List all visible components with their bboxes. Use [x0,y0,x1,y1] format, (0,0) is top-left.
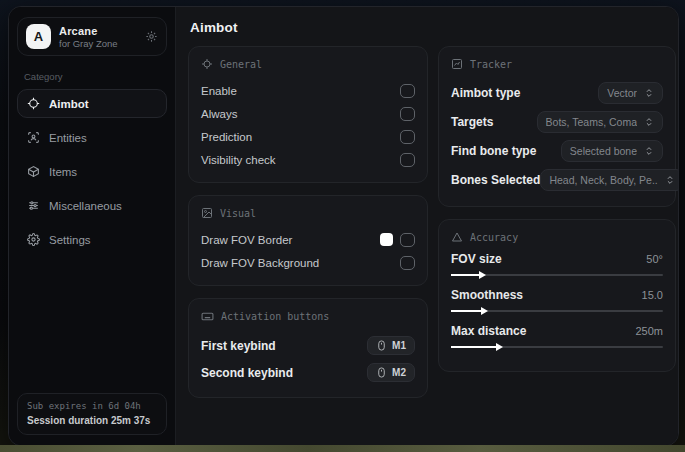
max-distance-slider[interactable] [451,341,663,353]
chevron-up-down-icon [644,88,654,98]
setting-row-fov-size: FOV size 50° [451,252,663,281]
setting-row-targets: Targets Bots, Teams, Coma [451,108,663,135]
bones-selected-select[interactable]: Head, Neck, Body, Pe.. [540,169,679,191]
mouse-icon [376,367,387,378]
card-title: Tracker [470,59,512,70]
gear-icon[interactable] [145,30,158,43]
app-name: Arcane [59,25,118,37]
chevron-up-down-icon [644,146,654,156]
setting-row-prediction: Prediction [201,125,415,148]
card-title: Accuracy [470,232,518,243]
entities-icon [27,131,40,144]
sidebar-item-label: Items [49,166,77,178]
general-card: General Enable Always Prediction [188,46,428,183]
image-icon [201,207,213,219]
card-title: General [220,59,262,70]
sliders-icon [27,199,40,212]
slider-handle[interactable] [451,346,496,348]
prediction-checkbox[interactable] [400,130,415,144]
sidebar-item-label: Miscellaneous [49,200,122,212]
game-terrain-strip [0,445,685,452]
setting-label: Always [201,108,237,120]
draw-fov-border-checkbox[interactable] [400,233,415,247]
setting-row-visibility-check: Visibility check [201,148,415,171]
setting-label: Targets [451,115,493,129]
setting-label: Visibility check [201,154,276,166]
keybind-value: M2 [392,367,406,378]
enable-checkbox[interactable] [400,84,415,98]
category-label: Category [24,71,160,82]
always-checkbox[interactable] [400,107,415,121]
find-bone-type-select[interactable]: Selected bone [561,140,663,162]
sidebar: A Arcane for Gray Zone Category Aimbot [9,7,176,445]
fov-size-slider[interactable] [451,269,663,281]
setting-label: FOV size [451,252,502,266]
sidebar-nav: Aimbot Entities Items Miscellaneous [17,89,167,254]
setting-row-first-keybind: First keybind M1 [201,332,415,359]
sidebar-item-label: Aimbot [49,98,89,110]
setting-label: First keybind [201,339,276,353]
setting-label: Draw FOV Background [201,257,319,269]
setting-label: Prediction [201,131,252,143]
cheat-menu-window: A Arcane for Gray Zone Category Aimbot [8,6,679,446]
sub-expires-text: Sub expires in 6d 04h [27,401,157,411]
sidebar-item-label: Settings [49,234,91,246]
subscription-card: Sub expires in 6d 04h Session duration 2… [17,393,167,435]
slider-value: 250m [635,325,663,337]
session-duration-text: Session duration 25m 37s [27,415,157,426]
sidebar-item-miscellaneous[interactable]: Miscellaneous [17,191,167,220]
main-panel: Aimbot General Enable [176,7,679,445]
setting-row-smoothness: Smoothness 15.0 [451,288,663,317]
keyboard-icon [201,310,214,323]
smoothness-slider[interactable] [451,305,663,317]
setting-label: Find bone type [451,144,536,158]
setting-label: Smoothness [451,288,523,302]
chevron-up-down-icon [665,175,675,185]
crosshair-icon [201,58,213,70]
sidebar-item-settings[interactable]: Settings [17,225,167,254]
chevron-up-down-icon [644,117,654,127]
draw-fov-background-checkbox[interactable] [400,256,415,270]
targets-select[interactable]: Bots, Teams, Coma [537,111,663,133]
slider-value: 50° [646,253,663,265]
fov-border-color-swatch[interactable] [380,233,393,246]
brand-card: A Arcane for Gray Zone [17,17,167,56]
visibility-check-checkbox[interactable] [400,153,415,167]
card-title: Activation buttons [221,311,329,322]
sidebar-item-entities[interactable]: Entities [17,123,167,152]
select-value: Bots, Teams, Coma [546,116,637,128]
setting-row-always: Always [201,102,415,125]
second-keybind-button[interactable]: M2 [367,363,415,382]
mouse-icon [376,340,387,351]
visual-card: Visual Draw FOV Border Draw FOV Backgrou… [188,195,428,286]
triangle-icon [451,231,463,243]
box-icon [27,165,40,178]
setting-row-draw-fov-background: Draw FOV Background [201,251,415,274]
setting-label: Draw FOV Border [201,234,292,246]
setting-label: Enable [201,85,237,97]
setting-label: Bones Selected [451,173,540,187]
sidebar-item-aimbot[interactable]: Aimbot [17,89,167,118]
setting-row-second-keybind: Second keybind M2 [201,359,415,386]
slider-handle[interactable] [451,310,481,312]
accuracy-card: Accuracy FOV size 50° [438,219,676,372]
sidebar-item-label: Entities [49,132,87,144]
crosshair-icon [27,97,40,110]
first-keybind-button[interactable]: M1 [367,336,415,355]
slider-handle[interactable] [451,274,479,276]
setting-label: Max distance [451,324,526,338]
app-logo: A [26,24,51,49]
setting-row-draw-fov-border: Draw FOV Border [201,228,415,251]
setting-row-find-bone-type: Find bone type Selected bone [451,137,663,164]
sidebar-item-items[interactable]: Items [17,157,167,186]
setting-label: Aimbot type [451,86,520,100]
setting-label: Second keybind [201,366,293,380]
setting-row-enable: Enable [201,79,415,102]
tracker-card: Tracker Aimbot type Vector Targets [438,46,676,207]
select-value: Head, Neck, Body, Pe.. [549,174,657,186]
setting-row-bones-selected: Bones Selected Head, Neck, Body, Pe.. [451,166,663,193]
app-subtitle: for Gray Zone [59,38,118,49]
aimbot-type-select[interactable]: Vector [598,82,663,104]
slider-value: 15.0 [642,289,663,301]
select-value: Vector [607,87,637,99]
